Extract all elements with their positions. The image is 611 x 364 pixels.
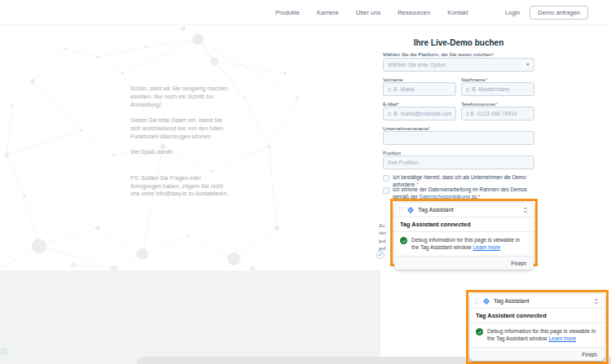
- top-navigation: Produkte Karriere Über uns Ressourcen Ko…: [0, 0, 611, 25]
- lower-grey-section: [0, 270, 380, 364]
- intro-text: Schön, dass wir Sie neugierig machen kon…: [130, 85, 231, 205]
- vorname-label: Vorname: [383, 77, 403, 82]
- annotation-highlight-box: Tag Assistant Tag Assistant connected De…: [466, 290, 609, 364]
- tag-assistant-footer: Finish: [470, 347, 604, 361]
- phone-label: Telefonnummer*: [461, 101, 498, 107]
- email-label: E-Mail*: [383, 101, 399, 107]
- form-title: Ihre Live-Demo buchen: [383, 38, 534, 47]
- confirm-company-checkbox[interactable]: [383, 175, 389, 182]
- phone-label-text: Telefonnummer: [461, 101, 496, 107]
- learn-more-link[interactable]: Learn more: [473, 244, 500, 250]
- company-label: Unternehmensname*: [383, 125, 430, 131]
- intro-paragraph: Schön, dass wir Sie neugierig machen kon…: [130, 85, 231, 109]
- platform-label: Wählen Sie die Plattform, die Sie testen…: [383, 51, 495, 57]
- required-asterisk: *: [496, 101, 498, 107]
- debug-info-text-main: Debug information for this page is viewa…: [487, 328, 596, 341]
- platform-select[interactable]: Wählen Sie eine Option: [383, 58, 534, 72]
- tag-assistant-header: Tag Assistant: [394, 203, 534, 217]
- debug-info-text: Debug information for this page is viewa…: [411, 236, 527, 251]
- tag-manager-logo-icon: [407, 206, 415, 214]
- platform-label-text: Wählen Sie die Plattform, die Sie testen…: [383, 51, 492, 57]
- recaptcha-badge-icon: [1, 348, 8, 355]
- nachname-label: Nachname*: [461, 77, 487, 82]
- demo-anfragen-button[interactable]: Demo anfragen: [530, 6, 588, 20]
- success-check-icon: [400, 237, 407, 244]
- tag-manager-logo-icon: [482, 297, 490, 305]
- annotation-highlight-box: Tag Assistant Tag Assistant connected De…: [390, 199, 538, 266]
- text-fragment: jed: [379, 237, 389, 244]
- debug-info-text: Debug information for this page is viewa…: [487, 327, 599, 342]
- required-asterisk: *: [486, 77, 487, 82]
- position-label: Position: [383, 150, 401, 156]
- text-fragment: der: [379, 229, 389, 236]
- tag-assistant-header: Tag Assistant: [470, 294, 604, 309]
- learn-more-link[interactable]: Learn more: [548, 335, 576, 341]
- intro-paragraph: Viel Spaß damit!: [130, 148, 231, 156]
- collapse-icon[interactable]: [522, 207, 529, 213]
- tag-assistant-popup: Tag Assistant Tag Assistant connected De…: [394, 203, 534, 270]
- nav-item-produkte[interactable]: Produkte: [275, 9, 300, 16]
- nav-right-group: Login Demo anfragen: [505, 6, 588, 20]
- required-asterisk: *: [429, 125, 430, 131]
- nav-item-ueber-uns[interactable]: Über uns: [356, 9, 380, 16]
- phone-input[interactable]: [461, 107, 534, 121]
- nav-menu: Produkte Karriere Über uns Ressourcen Ko…: [275, 9, 468, 16]
- connected-status-text: Tag Assistant connected: [394, 217, 534, 232]
- drag-handle-icon[interactable]: [399, 207, 403, 213]
- text-fragment: Zu: [379, 221, 389, 229]
- debug-info-text-main: Debug information for this page is viewa…: [411, 237, 520, 250]
- finish-button[interactable]: Finish: [582, 352, 597, 357]
- tag-assistant-title: Tag Assistant: [494, 297, 530, 305]
- nav-item-karriere[interactable]: Karriere: [317, 9, 339, 16]
- privacy-checkbox[interactable]: [383, 187, 389, 194]
- vorname-input[interactable]: [383, 82, 456, 96]
- email-label-text: E-Mail: [383, 101, 398, 107]
- tag-assistant-footer: Finish: [394, 256, 534, 270]
- intro-paragraph: Geben Sie bitte Daten ein, damit Sie sic…: [130, 116, 231, 141]
- company-input[interactable]: [383, 131, 534, 145]
- drag-handle-icon[interactable]: [475, 298, 479, 305]
- company-label-text: Unternehmensname: [383, 125, 429, 131]
- login-link[interactable]: Login: [505, 9, 520, 16]
- tag-assistant-body: Debug information for this page is viewa…: [394, 232, 534, 256]
- collapse-icon[interactable]: [593, 298, 600, 305]
- hero-panel: Schön, dass wir Sie neugierig machen kon…: [0, 24, 301, 270]
- email-input[interactable]: [383, 107, 456, 121]
- intro-paragraph-ps: PS: Sollten Sie Fragen oder Anregungen h…: [130, 174, 231, 199]
- connected-status-text: Tag Assistant connected: [470, 309, 604, 323]
- tag-assistant-title: Tag Assistant: [418, 206, 454, 213]
- nav-item-ressourcen[interactable]: Ressourcen: [398, 9, 430, 16]
- finish-button[interactable]: Finish: [511, 261, 526, 266]
- position-input[interactable]: [383, 156, 534, 169]
- nav-item-kontakt[interactable]: Kontakt: [447, 9, 468, 16]
- tag-assistant-popup: Tag Assistant Tag Assistant connected De…: [470, 294, 604, 361]
- nachname-input[interactable]: [461, 82, 534, 96]
- tag-assistant-body: Debug information for this page is viewa…: [470, 323, 604, 347]
- confirm-company-label-text: Ich bestätige hiermit, dass ich als Unte…: [393, 174, 526, 187]
- platform-select-value: Wählen Sie eine Option: [388, 62, 446, 68]
- chevron-down-icon: [526, 64, 530, 66]
- checked-checkbox-icon[interactable]: ✓: [376, 251, 385, 259]
- success-check-icon: [476, 328, 483, 335]
- nachname-label-text: Nachname: [461, 77, 486, 82]
- required-asterisk: *: [492, 51, 494, 57]
- required-asterisk: *: [398, 101, 399, 107]
